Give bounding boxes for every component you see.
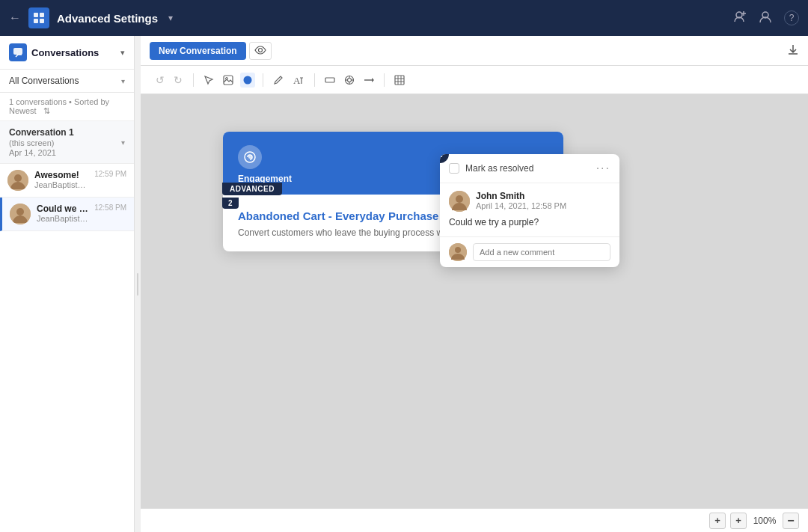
svg-rect-27: [395, 76, 404, 85]
rect-tool[interactable]: [322, 73, 337, 88]
conv-time-2: 12:58 PM: [94, 204, 126, 212]
text-tool[interactable]: A: [290, 73, 307, 88]
new-conversation-button[interactable]: New Conversation: [150, 42, 246, 60]
target-tool[interactable]: [342, 73, 357, 88]
canvas-area[interactable]: Engagement ADVANCED 2 Abandoned Cart - E…: [141, 94, 808, 508]
conversation-item-1[interactable]: Awesome! JeanBaptiste Vergé 12:59 PM: [0, 164, 134, 198]
comment-body: John Smith April 14, 2021, 12:58 PM Coul…: [440, 183, 619, 236]
canvas-toolbar: ↺ ↻ A: [141, 66, 808, 94]
pen-tool[interactable]: [271, 73, 286, 88]
conversation-item-2[interactable]: Could we try a purple? JeanBaptiste Verg…: [0, 198, 134, 231]
resolve-label: Mark as resolved: [465, 163, 590, 174]
group-date: Apr 14, 2021: [9, 148, 74, 157]
group-title: Conversation 1: [9, 127, 74, 138]
undo-button[interactable]: ↺: [153, 73, 168, 88]
svg-point-10: [14, 174, 22, 182]
add-user-icon[interactable]: [733, 10, 747, 26]
top-bar: ← Advanced Settings ▾: [0, 0, 808, 36]
sidebar-filter-row[interactable]: All Conversations ▾: [0, 70, 134, 93]
avatar-1: [7, 170, 28, 191]
sort-icon[interactable]: ⇅: [43, 106, 50, 115]
page-title: Advanced Settings: [57, 12, 158, 25]
zoom-bar: + + 100% −: [141, 508, 808, 532]
more-options-button[interactable]: ···: [596, 162, 610, 175]
zoom-plus-small-button[interactable]: +: [709, 513, 726, 529]
svg-point-16: [244, 76, 252, 84]
sidebar: Conversations ▾ All Conversations ▾ 1 co…: [0, 36, 135, 532]
group-arrow[interactable]: ▾: [121, 138, 125, 147]
svg-rect-0: [34, 13, 38, 17]
comment-date: April 14, 2021, 12:58 PM: [476, 201, 610, 210]
sidebar-dropdown-button[interactable]: ▾: [120, 48, 125, 58]
pointer-tool[interactable]: [201, 73, 216, 88]
app-icon: [28, 7, 49, 28]
conv-name-2: Could we try a purple?: [37, 204, 88, 214]
redo-button[interactable]: ↻: [171, 73, 186, 88]
card-tag-num: 2: [222, 198, 239, 209]
undo-redo-group: ↺ ↻: [153, 73, 186, 88]
card-advanced-tag: ADVANCED: [222, 183, 282, 195]
conversations-icon: [9, 43, 27, 61]
conv-time-1: 12:59 PM: [94, 170, 126, 178]
svg-rect-3: [40, 19, 44, 23]
svg-point-20: [348, 78, 352, 82]
group-subtitle: (this screen): [9, 138, 74, 147]
filter-arrow[interactable]: ▾: [121, 77, 125, 85]
svg-rect-18: [325, 78, 334, 82]
reply-avatar: [449, 243, 467, 261]
commenter-avatar: [449, 191, 470, 212]
svg-rect-8: [13, 48, 22, 55]
resolve-checkbox[interactable]: [449, 163, 459, 174]
engagement-card: Engagement ADVANCED 2 Abandoned Cart - E…: [223, 132, 563, 251]
back-button[interactable]: ←: [9, 11, 21, 25]
svg-point-33: [248, 156, 251, 159]
main-layout: Conversations ▾ All Conversations ▾ 1 co…: [0, 36, 808, 532]
sidebar-header: Conversations ▾: [0, 36, 134, 70]
image-tool[interactable]: [221, 73, 236, 88]
avatar-2: [10, 204, 31, 224]
preview-eye-button[interactable]: [249, 42, 272, 60]
commenter-name: John Smith: [476, 191, 610, 201]
conversation-group-header[interactable]: Conversation 1 (this screen) Apr 14, 202…: [0, 121, 134, 164]
svg-point-35: [456, 195, 463, 203]
person-icon[interactable]: [759, 10, 772, 26]
comment-input-row: [440, 236, 619, 267]
filter-label: All Conversations: [9, 76, 117, 86]
svg-rect-2: [34, 19, 38, 23]
table-tool[interactable]: [392, 73, 407, 88]
line-tool[interactable]: [361, 73, 376, 88]
sidebar-meta: 1 conversations • Sorted by Newest ⇅: [0, 93, 134, 121]
svg-point-12: [16, 208, 24, 215]
svg-rect-14: [224, 76, 233, 85]
conv-name-1: Awesome!: [34, 170, 88, 180]
comment-input-field[interactable]: [473, 243, 610, 261]
svg-marker-26: [372, 78, 374, 82]
comment-header: Mark as resolved ···: [440, 154, 619, 183]
svg-text:A: A: [293, 75, 301, 85]
conv-author-2: JeanBaptiste Vergé: [37, 214, 88, 223]
download-button[interactable]: [787, 43, 799, 58]
comment-popup: 1 Mark as resolved ··· John Smith: [440, 154, 619, 267]
zoom-minus-button[interactable]: −: [783, 513, 799, 529]
comment-text: Could we try a purple?: [449, 216, 610, 229]
help-icon[interactable]: ?: [784, 10, 799, 25]
conv-author-1: JeanBaptiste Vergé: [34, 180, 88, 189]
svg-point-37: [455, 247, 461, 253]
svg-rect-1: [40, 13, 44, 17]
circle-tool[interactable]: [240, 73, 255, 88]
zoom-value: 100%: [751, 516, 778, 526]
card-header-icon: [238, 145, 262, 169]
sidebar-resize-handle[interactable]: [135, 36, 141, 532]
sidebar-title: Conversations: [31, 47, 99, 58]
zoom-plus-button[interactable]: +: [730, 513, 747, 529]
svg-point-13: [258, 48, 262, 52]
content-area: New Conversation: [141, 36, 808, 532]
content-toolbar: New Conversation: [141, 36, 808, 66]
title-dropdown-icon[interactable]: ▾: [168, 13, 173, 23]
